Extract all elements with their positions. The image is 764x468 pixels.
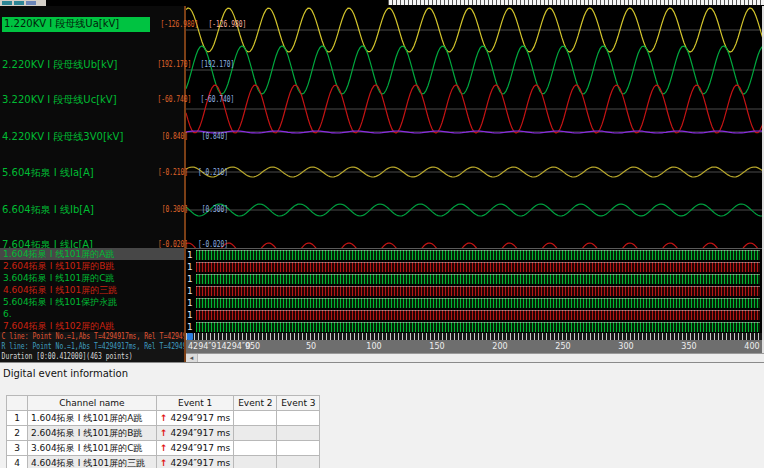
analog-channel-label[interactable]: 6.604拓泉 I 线Ib[A][0.300][0.300] xyxy=(2,203,228,216)
cursor-marker[interactable] xyxy=(187,333,193,340)
rising-edge-icon: ↑ xyxy=(160,428,168,438)
channel-value-r: [-0.210] xyxy=(197,168,228,177)
digital-signal-value: 1 xyxy=(186,250,196,261)
c-cursor-status: C line: Point No.=1,Abs T=4294917ms, Rel… xyxy=(0,332,184,342)
digital-signal-bar xyxy=(196,322,760,332)
digital-channel-label[interactable]: 7.604拓泉 I 线102屏的A跳 xyxy=(0,320,184,332)
channel-value-r: [-60.740] xyxy=(201,95,235,104)
channel-name: 6.604拓泉 I 线Ib[A] xyxy=(2,203,148,217)
analog-channel-label[interactable]: 4.220KV I 段母线3V0[kV][0.840][0.840] xyxy=(2,130,228,143)
event2-cell xyxy=(234,441,277,456)
analog-channel-label[interactable]: 3.220KV I 段母线Uc[kV][-60.740][-60.740] xyxy=(2,93,235,106)
digital-signal-row: 1 xyxy=(186,261,764,273)
channel-name: 3.220KV I 段母线Uc[kV] xyxy=(2,93,148,107)
digital-signal-row: 1 xyxy=(186,285,764,297)
analog-waveform-plot[interactable] xyxy=(186,6,764,248)
digital-signal-bar xyxy=(196,310,760,320)
channel-value-r: [0.840] xyxy=(197,132,228,141)
time-tick-ruler[interactable] xyxy=(186,333,764,340)
digital-channel-label[interactable]: 1.604拓泉 I 线101屏的A跳 xyxy=(0,248,184,260)
r-cursor-status: R line: Point No.=1,Abs T=4294917ms, Rel… xyxy=(0,342,184,352)
digital-signal-row: 1 xyxy=(186,309,764,321)
event1-time: 4294″917 ms xyxy=(171,428,231,438)
digital-signal-row: 1 xyxy=(186,273,764,285)
digital-channel-label[interactable]: 4.604拓泉 I 线101屏的三跳 xyxy=(0,284,184,296)
event1-time: 4294″917 ms xyxy=(171,458,231,468)
event3-cell xyxy=(277,456,320,468)
event1-time: 4294″917 ms xyxy=(171,443,231,453)
channel-value-c: [-60.740] xyxy=(158,95,192,104)
digital-channel-label[interactable]: 2.604拓泉 I 线101屏的B跳 xyxy=(0,260,184,272)
digital-event-panel: Digital event information Channel nameEv… xyxy=(0,362,764,468)
channel-name-cell: 3.604拓泉 I 线101屏的C跳 xyxy=(28,441,157,456)
waveform-analyzer-window: 1.220KV I 段母线Ua[kV][-126.980][-126.980]2… xyxy=(0,0,764,468)
analog-channel-label[interactable]: 1.220KV I 段母线Ua[kV][-126.980][-126.980] xyxy=(2,18,246,31)
channel-value-c: [192.170] xyxy=(158,60,192,69)
toolbar-button-3[interactable] xyxy=(26,1,36,5)
digital-channel-label[interactable]: 3.604拓泉 I 线101屏的C跳 xyxy=(0,272,184,284)
channel-value-c: [-0.210] xyxy=(157,168,188,177)
time-axis-bar[interactable]: 4294″914294″950 050100150200250300350400 xyxy=(186,340,764,353)
digital-event-table: Channel nameEvent 1Event 2Event 3 11.604… xyxy=(6,395,320,468)
digital-signal-row: 1 xyxy=(186,249,764,261)
digital-signal-bar xyxy=(196,250,760,260)
channel-value-r: [-0.020] xyxy=(197,240,228,249)
channel-name: 5.604拓泉 I 线Ia[A] xyxy=(2,166,148,180)
digital-signal-row: 1 xyxy=(186,297,764,309)
event1-cell: ↑4294″917 ms xyxy=(157,441,234,456)
channel-value-c: [0.300] xyxy=(157,205,188,214)
analog-channel-label[interactable]: 2.220KV I 段母线Ub[kV][192.170][192.170] xyxy=(2,58,235,71)
row-number-cell: 1 xyxy=(7,411,28,426)
digital-channel-list: 1.604拓泉 I 线101屏的A跳2.604拓泉 I 线101屏的B跳3.60… xyxy=(0,248,184,332)
digital-signal-value: 1 xyxy=(186,286,196,297)
row-number-cell: 2 xyxy=(7,426,28,441)
table-row[interactable]: 33.604拓泉 I 线101屏的C跳↑4294″917 ms xyxy=(7,441,320,456)
channel-name-cell: 1.604拓泉 I 线101屏的A跳 xyxy=(28,411,157,426)
toolbar-button-2[interactable] xyxy=(14,1,24,5)
scroll-left-icon[interactable]: ◂ xyxy=(186,354,198,362)
table-header-row: Channel nameEvent 1Event 2Event 3 xyxy=(7,396,320,411)
channel-name: 1.220KV I 段母线Ua[kV] xyxy=(2,17,150,32)
channel-name-cell: 2.604拓泉 I 线101屏的B跳 xyxy=(28,426,157,441)
channel-label-panel: 1.220KV I 段母线Ua[kV][-126.980][-126.980]2… xyxy=(0,6,186,362)
time-axis-tick-label: 300 xyxy=(618,342,633,351)
channel-value-c: [0.840] xyxy=(157,132,188,141)
horizontal-scrollbar[interactable]: ◂ xyxy=(186,353,764,362)
digital-signal-bar xyxy=(196,274,760,284)
analog-channel-label[interactable]: 5.604拓泉 I 线Ia[A][-0.210][-0.210] xyxy=(2,166,228,179)
duration-status: Duration [0:00.412000](463 points) xyxy=(0,352,184,362)
row-number-cell: 3 xyxy=(7,441,28,456)
table-row[interactable]: 44.604拓泉 I 线101屏的三跳↑4294″917 ms xyxy=(7,456,320,468)
waveform-display-area[interactable]: 1111111 4294″914294″950 0501001502002503… xyxy=(186,6,764,362)
digital-signal-value: 1 xyxy=(186,274,196,285)
cursor-status-panel: C line: Point No.=1,Abs T=4294917ms, Rel… xyxy=(0,332,184,362)
digital-waveform-plot[interactable]: 1111111 xyxy=(186,249,764,333)
time-axis-tick-label: 350 xyxy=(681,342,696,351)
time-axis-tick-label: 100 xyxy=(366,342,381,351)
toolbar-button-1[interactable] xyxy=(2,1,12,5)
time-axis-tick-label: 150 xyxy=(429,342,444,351)
table-header-cell: Channel name xyxy=(28,396,157,411)
table-header-cell: Event 1 xyxy=(157,396,234,411)
event3-cell xyxy=(277,441,320,456)
main-area: 1.220KV I 段母线Ua[kV][-126.980][-126.980]2… xyxy=(0,6,764,362)
digital-signal-value: 1 xyxy=(186,322,196,333)
time-axis-tick-label: 400 xyxy=(744,342,759,351)
time-axis-tick-label: 50 xyxy=(306,342,316,351)
top-scale-ruler xyxy=(388,0,764,5)
event3-cell xyxy=(277,426,320,441)
digital-channel-label[interactable]: 6. xyxy=(0,308,184,320)
digital-signal-value: 1 xyxy=(186,262,196,273)
table-row[interactable]: 22.604拓泉 I 线101屏的B跳↑4294″917 ms xyxy=(7,426,320,441)
digital-signal-value: 1 xyxy=(186,298,196,309)
event1-time: 4294″917 ms xyxy=(171,413,231,423)
channel-name-cell: 4.604拓泉 I 线101屏的三跳 xyxy=(28,456,157,468)
event2-cell xyxy=(234,411,277,426)
event1-cell: ↑4294″917 ms xyxy=(157,426,234,441)
time-axis-tick-label: 200 xyxy=(492,342,507,351)
rising-edge-icon: ↑ xyxy=(160,413,168,423)
rising-edge-icon: ↑ xyxy=(160,458,168,468)
digital-channel-label[interactable]: 5.604拓泉 I 线101保护永跳 xyxy=(0,296,184,308)
event2-cell xyxy=(234,426,277,441)
table-row[interactable]: 11.604拓泉 I 线101屏的A跳↑4294″917 ms xyxy=(7,411,320,426)
